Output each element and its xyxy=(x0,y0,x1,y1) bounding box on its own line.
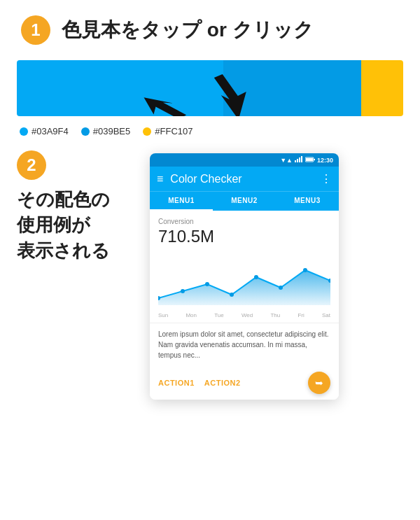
color-hex-2: #039BE5 xyxy=(93,126,131,136)
svg-rect-3 xyxy=(299,157,300,162)
color-label-1: #03A9F4 xyxy=(20,126,69,136)
svg-point-14 xyxy=(303,268,307,272)
signal-icon xyxy=(295,156,303,164)
card-value: 710.5M xyxy=(158,227,330,246)
day-mon: Mon xyxy=(186,312,197,318)
svg-point-11 xyxy=(230,293,234,297)
step1-title: 色見本をタップ or クリック xyxy=(62,17,314,43)
lorem-paragraph: Lorem ipsum dolor sit amet, consectetur … xyxy=(158,329,330,360)
day-wed: Wed xyxy=(241,312,253,318)
app-title: Color Checker xyxy=(170,173,314,185)
action1-button[interactable]: ACTION1 xyxy=(158,379,195,387)
color-dot-2 xyxy=(81,127,90,136)
color-bar[interactable] xyxy=(17,60,403,116)
status-bar: ▼▲ 12:30 xyxy=(150,153,339,167)
more-icon[interactable]: ⋮ xyxy=(321,172,332,185)
day-sun: Sun xyxy=(158,312,168,318)
chart-area xyxy=(150,256,339,312)
step2-description: その配色の 使用例が 表示される xyxy=(17,187,110,263)
fab-icon: ➥ xyxy=(315,377,323,388)
color-label-2: #039BE5 xyxy=(81,126,131,136)
phone-toolbar: ≡ Color Checker ⋮ xyxy=(150,167,339,191)
step1-badge: 1 xyxy=(21,15,50,45)
step1-section: 1 色見本をタップ or クリック xyxy=(0,0,420,52)
phone-card: Conversion 710.5M xyxy=(150,211,339,256)
color-swatch-2[interactable] xyxy=(223,60,361,116)
svg-rect-4 xyxy=(301,156,302,162)
day-tue: Tue xyxy=(214,312,224,318)
step2-left: 2 その配色の 使用例が 表示される xyxy=(17,150,136,263)
svg-point-12 xyxy=(254,275,258,279)
color-hex-1: #03A9F4 xyxy=(31,126,69,136)
step2-badge: 2 xyxy=(17,150,46,180)
step2-section: 2 その配色の 使用例が 表示される ▼▲ 12:30 ≡ C xyxy=(0,143,420,400)
color-labels: #03A9F4 #039BE5 #FFC107 xyxy=(0,122,420,143)
color-swatch-1[interactable] xyxy=(17,60,223,116)
battery-icon xyxy=(305,157,315,164)
day-thu: Thu xyxy=(270,312,280,318)
day-sat: Sat xyxy=(322,312,330,318)
tab-menu2[interactable]: MENU2 xyxy=(213,192,276,211)
svg-rect-2 xyxy=(297,159,298,162)
fab-button[interactable]: ➥ xyxy=(308,372,330,394)
phone-tabs: MENU1 MENU2 MENU3 xyxy=(150,191,339,211)
tab-menu3[interactable]: MENU3 xyxy=(276,192,339,211)
card-label: Conversion xyxy=(158,218,330,225)
wifi-icon: ▼▲ xyxy=(280,157,293,164)
clock: 12:30 xyxy=(317,157,333,164)
tab-menu1[interactable]: MENU1 xyxy=(150,192,213,211)
phone-body-text: Lorem ipsum dolor sit amet, consectetur … xyxy=(150,323,339,366)
day-fri: Fri xyxy=(298,312,304,318)
color-swatch-3[interactable] xyxy=(361,60,403,116)
svg-point-10 xyxy=(205,282,209,286)
svg-rect-7 xyxy=(306,158,313,161)
svg-rect-6 xyxy=(314,159,315,160)
phone-actions: ACTION1 ACTION2 ➥ xyxy=(150,366,339,400)
menu-icon[interactable]: ≡ xyxy=(157,173,163,185)
chart-days: Sun Mon Tue Wed Thu Fri Sat xyxy=(150,312,339,318)
color-label-3: #FFC107 xyxy=(143,126,192,136)
status-icons: ▼▲ 12:30 xyxy=(280,156,333,164)
color-dot-1 xyxy=(20,127,28,136)
step2-badge-row: 2 xyxy=(17,150,57,180)
phone-mockup: ▼▲ 12:30 ≡ Color Checker ⋮ MENU1 MENU2 M… xyxy=(150,153,339,400)
color-hex-3: #FFC107 xyxy=(155,126,192,136)
svg-point-9 xyxy=(181,289,185,293)
action2-button[interactable]: ACTION2 xyxy=(204,379,241,387)
svg-rect-1 xyxy=(295,160,296,162)
chart-svg xyxy=(158,256,330,305)
svg-point-13 xyxy=(279,286,283,290)
color-dot-3 xyxy=(143,127,151,136)
